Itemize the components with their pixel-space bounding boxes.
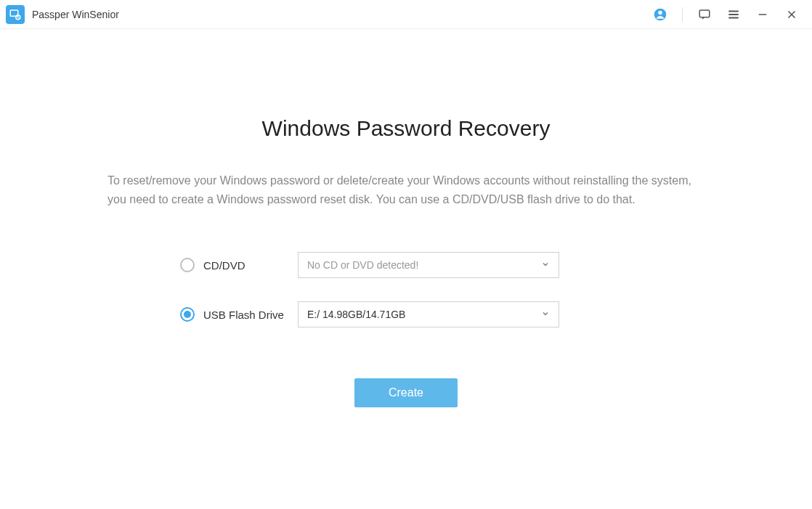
radio-usb[interactable] [180,307,195,322]
close-button[interactable] [781,4,802,25]
svg-point-3 [658,10,662,14]
dropdown-usb-value: E:/ 14.98GB/14.71GB [307,309,541,320]
app-title: Passper WinSenior [32,9,119,20]
chevron-down-icon [541,258,550,272]
label-usb: USB Flash Drive [203,309,298,321]
page-description: To reset/remove your Windows password or… [107,171,705,208]
feedback-icon[interactable] [694,4,715,25]
dropdown-usb[interactable]: E:/ 14.98GB/14.71GB [298,301,559,327]
label-cddvd: CD/DVD [203,259,298,272]
menu-icon[interactable] [723,4,744,25]
main-content: Windows Password Recovery To reset/remov… [0,29,812,407]
app-logo-icon [6,5,25,24]
svg-rect-4 [699,10,710,17]
option-usb: USB Flash Drive E:/ 14.98GB/14.71GB [107,301,705,327]
titlebar-controls [650,4,802,25]
page-title: Windows Password Recovery [107,116,705,141]
option-cddvd: CD/DVD No CD or DVD detected! [107,252,705,278]
radio-cddvd[interactable] [180,258,195,272]
create-button[interactable]: Create [354,378,458,407]
dropdown-cddvd-value: No CD or DVD detected! [307,259,541,271]
titlebar: Passper WinSenior [0,0,812,29]
chevron-down-icon [541,308,550,321]
minimize-button[interactable] [752,4,773,25]
titlebar-divider [682,7,683,22]
account-icon[interactable] [650,4,670,25]
dropdown-cddvd[interactable]: No CD or DVD detected! [298,252,559,278]
